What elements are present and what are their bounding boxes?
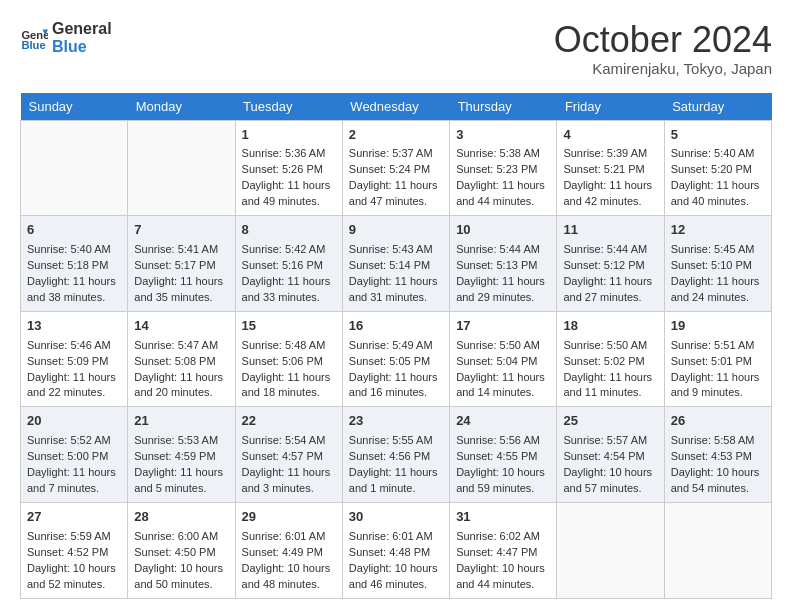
cell-content: Sunrise: 6:01 AM bbox=[242, 529, 336, 545]
calendar-cell: 30Sunrise: 6:01 AMSunset: 4:48 PMDayligh… bbox=[342, 502, 449, 598]
week-row-5: 27Sunrise: 5:59 AMSunset: 4:52 PMDayligh… bbox=[21, 502, 772, 598]
cell-content: Sunrise: 5:46 AM bbox=[27, 338, 121, 354]
cell-content: Sunrise: 5:44 AM bbox=[563, 242, 657, 258]
cell-content: Daylight: 10 hours and 50 minutes. bbox=[134, 561, 228, 593]
day-number: 5 bbox=[671, 126, 765, 145]
cell-content: Sunset: 5:18 PM bbox=[27, 258, 121, 274]
cell-content: Sunset: 4:47 PM bbox=[456, 545, 550, 561]
month-title: October 2024 bbox=[554, 20, 772, 60]
cell-content: Sunrise: 5:50 AM bbox=[456, 338, 550, 354]
day-number: 10 bbox=[456, 221, 550, 240]
day-number: 24 bbox=[456, 412, 550, 431]
cell-content: Sunrise: 5:43 AM bbox=[349, 242, 443, 258]
cell-content: Sunrise: 5:53 AM bbox=[134, 433, 228, 449]
day-header-friday: Friday bbox=[557, 93, 664, 121]
cell-content: Daylight: 11 hours and 31 minutes. bbox=[349, 274, 443, 306]
week-row-3: 13Sunrise: 5:46 AMSunset: 5:09 PMDayligh… bbox=[21, 311, 772, 407]
calendar-cell: 27Sunrise: 5:59 AMSunset: 4:52 PMDayligh… bbox=[21, 502, 128, 598]
cell-content: Daylight: 11 hours and 22 minutes. bbox=[27, 370, 121, 402]
cell-content: Sunset: 5:12 PM bbox=[563, 258, 657, 274]
logo-icon: General Blue bbox=[20, 24, 48, 52]
cell-content: Daylight: 11 hours and 14 minutes. bbox=[456, 370, 550, 402]
day-number: 19 bbox=[671, 317, 765, 336]
cell-content: Sunset: 4:54 PM bbox=[563, 449, 657, 465]
cell-content: Sunset: 5:01 PM bbox=[671, 354, 765, 370]
day-header-saturday: Saturday bbox=[664, 93, 771, 121]
logo-text-2: Blue bbox=[52, 38, 112, 56]
cell-content: Sunrise: 6:00 AM bbox=[134, 529, 228, 545]
day-number: 18 bbox=[563, 317, 657, 336]
calendar-cell: 2Sunrise: 5:37 AMSunset: 5:24 PMDaylight… bbox=[342, 120, 449, 216]
cell-content: Sunset: 4:53 PM bbox=[671, 449, 765, 465]
calendar-cell: 18Sunrise: 5:50 AMSunset: 5:02 PMDayligh… bbox=[557, 311, 664, 407]
cell-content: Sunset: 5:26 PM bbox=[242, 162, 336, 178]
cell-content: Sunset: 5:14 PM bbox=[349, 258, 443, 274]
calendar-cell bbox=[664, 502, 771, 598]
calendar-cell: 25Sunrise: 5:57 AMSunset: 4:54 PMDayligh… bbox=[557, 407, 664, 503]
cell-content: Daylight: 11 hours and 18 minutes. bbox=[242, 370, 336, 402]
cell-content: Sunrise: 5:45 AM bbox=[671, 242, 765, 258]
day-number: 22 bbox=[242, 412, 336, 431]
cell-content: Sunrise: 5:49 AM bbox=[349, 338, 443, 354]
cell-content: Daylight: 11 hours and 27 minutes. bbox=[563, 274, 657, 306]
day-number: 26 bbox=[671, 412, 765, 431]
svg-text:Blue: Blue bbox=[21, 39, 45, 51]
cell-content: Sunrise: 6:02 AM bbox=[456, 529, 550, 545]
calendar-cell: 19Sunrise: 5:51 AMSunset: 5:01 PMDayligh… bbox=[664, 311, 771, 407]
calendar-cell: 17Sunrise: 5:50 AMSunset: 5:04 PMDayligh… bbox=[450, 311, 557, 407]
day-number: 21 bbox=[134, 412, 228, 431]
day-number: 2 bbox=[349, 126, 443, 145]
cell-content: Daylight: 11 hours and 11 minutes. bbox=[563, 370, 657, 402]
calendar-cell: 1Sunrise: 5:36 AMSunset: 5:26 PMDaylight… bbox=[235, 120, 342, 216]
calendar-cell bbox=[128, 120, 235, 216]
cell-content: Sunset: 5:16 PM bbox=[242, 258, 336, 274]
cell-content: Daylight: 10 hours and 54 minutes. bbox=[671, 465, 765, 497]
day-number: 11 bbox=[563, 221, 657, 240]
cell-content: Sunset: 4:52 PM bbox=[27, 545, 121, 561]
cell-content: Sunrise: 5:59 AM bbox=[27, 529, 121, 545]
cell-content: Sunrise: 5:48 AM bbox=[242, 338, 336, 354]
cell-content: Daylight: 10 hours and 57 minutes. bbox=[563, 465, 657, 497]
cell-content: Daylight: 11 hours and 38 minutes. bbox=[27, 274, 121, 306]
day-number: 17 bbox=[456, 317, 550, 336]
day-number: 6 bbox=[27, 221, 121, 240]
day-header-thursday: Thursday bbox=[450, 93, 557, 121]
cell-content: Sunset: 4:49 PM bbox=[242, 545, 336, 561]
cell-content: Sunset: 5:06 PM bbox=[242, 354, 336, 370]
cell-content: Sunrise: 6:01 AM bbox=[349, 529, 443, 545]
cell-content: Sunrise: 5:36 AM bbox=[242, 146, 336, 162]
cell-content: Sunrise: 5:42 AM bbox=[242, 242, 336, 258]
cell-content: Daylight: 11 hours and 20 minutes. bbox=[134, 370, 228, 402]
cell-content: Sunset: 4:57 PM bbox=[242, 449, 336, 465]
cell-content: Daylight: 10 hours and 48 minutes. bbox=[242, 561, 336, 593]
cell-content: Sunset: 4:48 PM bbox=[349, 545, 443, 561]
cell-content: Sunset: 5:24 PM bbox=[349, 162, 443, 178]
cell-content: Daylight: 11 hours and 24 minutes. bbox=[671, 274, 765, 306]
cell-content: Sunrise: 5:58 AM bbox=[671, 433, 765, 449]
title-block: October 2024 Kamirenjaku, Tokyo, Japan bbox=[554, 20, 772, 77]
day-number: 9 bbox=[349, 221, 443, 240]
calendar-cell: 24Sunrise: 5:56 AMSunset: 4:55 PMDayligh… bbox=[450, 407, 557, 503]
cell-content: Sunset: 5:21 PM bbox=[563, 162, 657, 178]
cell-content: Sunset: 5:04 PM bbox=[456, 354, 550, 370]
header-row: SundayMondayTuesdayWednesdayThursdayFrid… bbox=[21, 93, 772, 121]
day-header-wednesday: Wednesday bbox=[342, 93, 449, 121]
day-number: 25 bbox=[563, 412, 657, 431]
cell-content: Sunrise: 5:37 AM bbox=[349, 146, 443, 162]
day-number: 31 bbox=[456, 508, 550, 527]
cell-content: Daylight: 11 hours and 3 minutes. bbox=[242, 465, 336, 497]
cell-content: Sunrise: 5:40 AM bbox=[27, 242, 121, 258]
cell-content: Daylight: 10 hours and 52 minutes. bbox=[27, 561, 121, 593]
cell-content: Sunrise: 5:57 AM bbox=[563, 433, 657, 449]
cell-content: Sunrise: 5:47 AM bbox=[134, 338, 228, 354]
day-number: 30 bbox=[349, 508, 443, 527]
calendar-cell: 7Sunrise: 5:41 AMSunset: 5:17 PMDaylight… bbox=[128, 216, 235, 312]
cell-content: Daylight: 11 hours and 33 minutes. bbox=[242, 274, 336, 306]
day-number: 4 bbox=[563, 126, 657, 145]
cell-content: Sunset: 5:13 PM bbox=[456, 258, 550, 274]
calendar-cell: 23Sunrise: 5:55 AMSunset: 4:56 PMDayligh… bbox=[342, 407, 449, 503]
week-row-2: 6Sunrise: 5:40 AMSunset: 5:18 PMDaylight… bbox=[21, 216, 772, 312]
cell-content: Daylight: 10 hours and 44 minutes. bbox=[456, 561, 550, 593]
cell-content: Sunset: 4:50 PM bbox=[134, 545, 228, 561]
cell-content: Sunrise: 5:40 AM bbox=[671, 146, 765, 162]
